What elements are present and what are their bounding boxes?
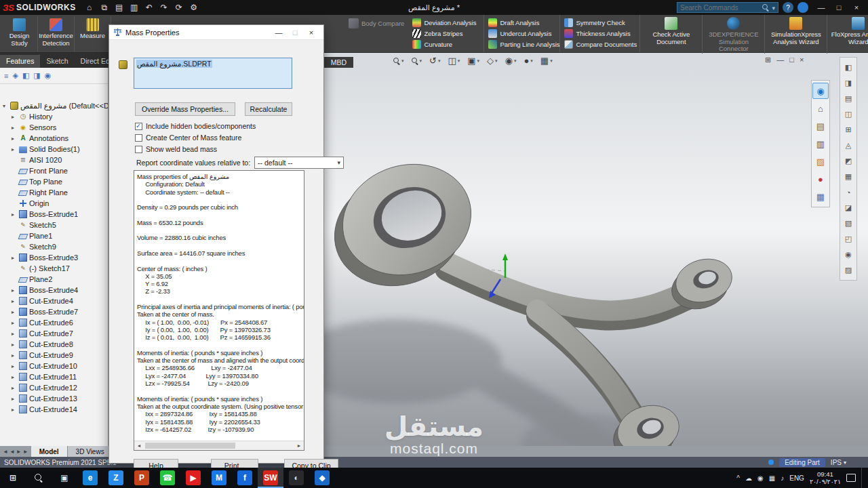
titlebar-tool-icon[interactable]: ⟳: [172, 1, 186, 14]
expand-caret-icon[interactable]: ▸: [12, 287, 17, 293]
doc-window-control[interactable]: ⊞: [765, 56, 771, 64]
view-tool-icon[interactable]: [412, 58, 422, 64]
expand-caret-icon[interactable]: ▸: [12, 125, 17, 131]
taskbar-app-button[interactable]: [26, 468, 52, 488]
titlebar-tool-icon[interactable]: ⚙: [187, 1, 201, 14]
tree-item[interactable]: ▸ Cut-Extrude12: [3, 382, 108, 393]
taskbar-app-button[interactable]: f: [232, 468, 258, 488]
toolbar-small-button[interactable]: Zebra Stripes: [412, 29, 479, 38]
taskbar-app-button[interactable]: Z: [103, 468, 129, 488]
toolbar-big-button[interactable]: SimulationXpress Analysis Wizard: [765, 15, 827, 54]
docked-tool-icon[interactable]: ◬: [846, 138, 851, 153]
task-pane-icon[interactable]: ▤: [812, 118, 829, 134]
docked-tool-icon[interactable]: ◧: [845, 60, 852, 75]
taskbar-app-button[interactable]: ☎: [155, 468, 180, 488]
docked-tool-icon[interactable]: ◪: [845, 200, 852, 216]
user-account-icon[interactable]: [797, 2, 808, 13]
tree-item[interactable]: ▸ Annotations: [3, 133, 108, 144]
taskbar-app-button[interactable]: ▶: [180, 468, 206, 488]
titlebar-tool-icon[interactable]: ⌂: [83, 1, 96, 14]
tree-item[interactable]: ▸ Sketch9: [3, 241, 108, 252]
tree-item[interactable]: ▸ Boss-Extrude4: [3, 285, 108, 296]
titlebar-tool-icon[interactable]: ↷: [157, 1, 171, 14]
panel-tab-icon[interactable]: ◨: [33, 71, 40, 80]
docked-tool-icon[interactable]: ◨: [845, 75, 852, 91]
tree-item[interactable]: ▸ Sensors: [3, 122, 108, 133]
doc-window-control[interactable]: □: [789, 56, 794, 64]
toolbar-small-button[interactable]: Parting Line Analysis: [488, 40, 555, 49]
task-pane-icon[interactable]: ●: [812, 171, 829, 187]
tree-item[interactable]: ▸ Boss-Extrude7: [3, 306, 108, 317]
expand-caret-icon[interactable]: ▸: [12, 331, 17, 337]
taskbar-app-button[interactable]: ◆: [309, 468, 335, 488]
toolbar-big-button[interactable]: Interference Detection: [38, 16, 75, 52]
taskbar-app-button[interactable]: ⊞: [0, 468, 26, 488]
expand-caret-icon[interactable]: ▸: [12, 342, 17, 348]
checkbox-box-icon[interactable]: [135, 146, 142, 153]
tree-item[interactable]: ▸ Cut-Extrude13: [3, 393, 108, 404]
dialog-close-button[interactable]: ×: [303, 26, 319, 39]
tree-item[interactable]: ▸ Plane1: [3, 230, 108, 241]
docked-tool-icon[interactable]: ◫: [845, 106, 852, 122]
tray-icon[interactable]: ☁: [745, 474, 752, 482]
task-pane-icon[interactable]: ⌂: [812, 100, 829, 117]
window-minimize-button[interactable]: —: [812, 1, 830, 14]
toolbar-small-button[interactable]: Compare Documents: [564, 40, 635, 49]
show-desktop-button[interactable]: [861, 468, 864, 488]
panel-tab-icon[interactable]: ≡: [4, 72, 8, 80]
tab-scroll-arrow[interactable]: ►: [16, 449, 22, 455]
tree-item[interactable]: ▸ Cut-Extrude7: [3, 328, 108, 339]
docked-tool-icon[interactable]: ▨: [845, 262, 852, 278]
tab-scroll-arrow[interactable]: ◄: [3, 449, 8, 455]
dialog-checkbox[interactable]: Show weld bead mass: [135, 144, 217, 154]
tree-item[interactable]: ▸ (-) Sketch17: [3, 263, 108, 274]
taskbar-app-button[interactable]: P: [129, 468, 155, 488]
expand-caret-icon[interactable]: ▸: [12, 396, 17, 402]
docked-tool-icon[interactable]: ◔: [846, 184, 851, 200]
tree-item[interactable]: ▸ Cut-Extrude4: [3, 296, 108, 306]
tree-item[interactable]: ▸ Right Plane: [3, 187, 108, 198]
clock[interactable]: 09:41 ٢٠/٠٩/٢٠٢١: [810, 470, 841, 486]
docked-tool-icon[interactable]: ⊞: [845, 122, 851, 138]
expand-caret-icon[interactable]: ▸: [12, 374, 17, 380]
dialog-title-bar[interactable]: Mass Properties — □ ×: [109, 25, 323, 40]
task-pane-icon[interactable]: ▨: [812, 153, 829, 169]
docked-tool-icon[interactable]: ▤: [845, 91, 852, 106]
toolbar-big-button[interactable]: Check Active Document: [640, 15, 703, 54]
override-mass-properties-button[interactable]: Override Mass Properties...: [135, 102, 235, 116]
tab-scroll-arrow[interactable]: ◄: [9, 449, 15, 455]
tree-item[interactable]: ▸ Cut-Extrude6: [3, 317, 108, 328]
tray-icon[interactable]: ◉: [757, 474, 764, 482]
expand-caret-icon[interactable]: ▸: [12, 298, 17, 304]
taskbar-app-button[interactable]: e: [77, 468, 103, 488]
expand-caret-icon[interactable]: ▸: [12, 255, 17, 261]
scroll-left-icon[interactable]: ◄: [134, 441, 144, 450]
toolbar-small-button[interactable]: Thickness Analysis: [564, 29, 635, 38]
task-pane-icon[interactable]: ◉: [812, 83, 829, 99]
tree-item[interactable]: ▸ Cut-Extrude10: [3, 361, 108, 371]
doc-window-control[interactable]: —: [776, 56, 784, 64]
toolbar-small-button[interactable]: Deviation Analysis: [412, 18, 479, 27]
document-tab[interactable]: 3D Views: [68, 446, 113, 457]
expand-caret-icon[interactable]: ▸: [12, 407, 17, 413]
titlebar-tool-icon[interactable]: ▥: [127, 1, 141, 14]
view-tool-icon[interactable]: ▣: [467, 56, 479, 66]
tree-item[interactable]: ▸ Cut-Extrude8: [3, 339, 108, 350]
expand-caret-icon[interactable]: ▸: [12, 136, 17, 142]
command-manager-tab[interactable]: Direct Editing: [75, 55, 108, 68]
tree-item[interactable]: ▸ Front Plane: [3, 165, 108, 176]
units-selector[interactable]: IPS: [831, 459, 864, 466]
toolbar-big-button[interactable]: Measure: [75, 16, 111, 52]
taskbar-app-button[interactable]: SW: [258, 468, 283, 488]
tree-item[interactable]: ▸ Origin: [3, 198, 108, 209]
dialog-checkbox[interactable]: Include hidden bodies/components: [135, 121, 256, 131]
help-button[interactable]: ?: [783, 2, 793, 13]
toolbar-small-button[interactable]: Symmetry Check: [564, 18, 635, 27]
command-manager-tab[interactable]: Sketch: [40, 55, 74, 68]
tree-item[interactable]: ▸ Top Plane: [3, 176, 108, 187]
tree-item[interactable]: ▸ Boss-Extrude3: [3, 252, 108, 263]
expand-caret-icon[interactable]: ▾: [3, 103, 8, 109]
toolbar-small-button[interactable]: Curvature: [412, 40, 479, 49]
expand-caret-icon[interactable]: ▸: [12, 114, 17, 120]
search-input[interactable]: [680, 4, 760, 12]
